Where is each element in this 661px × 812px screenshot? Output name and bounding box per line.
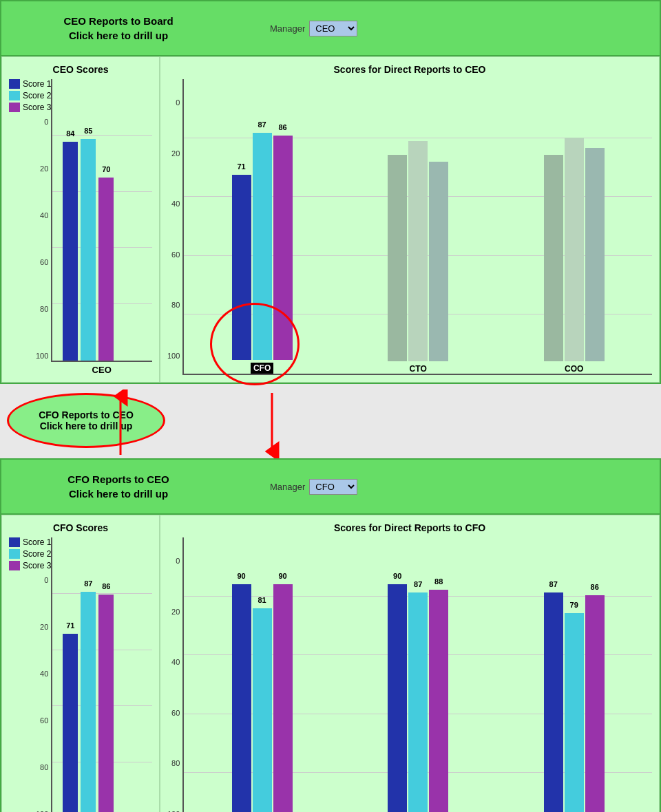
bottom-section: CFO Reports to CEO Click here to drill u…: [0, 458, 661, 812]
legend-color-score2: [9, 91, 20, 100]
cfo-direct-title: Scores for Direct Reports to CFO: [167, 522, 652, 533]
manager-selector: Manager CEO: [270, 21, 357, 36]
legend-color-score3: [9, 103, 20, 112]
cto-bar3: [429, 162, 448, 361]
direct-reports-bars: 71 87 86 CFO: [182, 79, 652, 375]
y-axis-cfo: 100 80 60 40 20 0: [9, 576, 48, 812]
legend-color-score1: [9, 79, 20, 89]
cfo-label: CFO: [251, 363, 273, 374]
cto-group[interactable]: CTO: [344, 141, 493, 374]
cfo-manager-selector: Manager CFO: [270, 479, 357, 495]
comptroller-group[interactable]: 87 79 86 Comptroller: [499, 592, 649, 812]
coo-bar3: [585, 148, 605, 361]
cfo-direct-panel: Scores for Direct Reports to CFO 100 80 …: [160, 515, 660, 812]
top-bar: CEO Reports to Board Click here to drill…: [1, 1, 660, 55]
vpf-bar1: 90: [232, 584, 251, 812]
coo-bar1: [544, 155, 563, 361]
treasurer-group[interactable]: 90 87 88 Treasurer: [344, 584, 493, 812]
y-axis-ceo: 100 80 60 40 20 0: [9, 118, 48, 360]
legend: Score 1 Score 2 Score 3: [9, 79, 51, 112]
cfo-self-bar2: 87: [81, 592, 96, 812]
ceo-bars-container: 84 85 70: [51, 79, 152, 362]
comp-bar2: 79: [565, 613, 584, 812]
legend-label-score3: Score 3: [23, 103, 51, 112]
cfo-manager-dropdown[interactable]: CFO: [309, 479, 357, 495]
vp-finance-group[interactable]: 90 81 90 VP of Finance: [187, 584, 337, 812]
treas-bar3: 88: [429, 590, 448, 812]
cfo-circle-drill-up[interactable]: CFO Reports to CEO Click here to drill u…: [7, 393, 165, 448]
ceo-direct-title: Scores for Direct Reports to CEO: [167, 64, 652, 75]
ceo-bar-score1: 84: [63, 142, 78, 361]
coo-bars: [544, 138, 605, 361]
cto-label: CTO: [410, 364, 427, 374]
coo-bar2: [565, 138, 584, 361]
top-section: CEO Reports to Board Click here to drill…: [0, 0, 661, 384]
manager-label: Manager: [270, 23, 305, 34]
cfo-bar3: 86: [273, 136, 293, 360]
cfo-legend: Score 1 Score 2 Score 3: [9, 537, 51, 570]
ceo-drill-up-button[interactable]: CEO Reports to Board Click here to drill…: [8, 14, 229, 43]
ceo-direct-reports-panel: Scores for Direct Reports to CEO 100 80 …: [160, 56, 660, 383]
cfo-manager-label: Manager: [270, 482, 305, 492]
cfo-self-bar1: 71: [63, 634, 78, 812]
cfo-direct-bars: 90 81 90 VP of Finance: [182, 537, 652, 812]
cfo-bars: 71 87 86: [232, 133, 293, 360]
bottom-top-bar: CFO Reports to CEO Click here to drill u…: [1, 460, 660, 513]
cfo-bar2: 87: [253, 133, 272, 360]
comp-bar3: 86: [585, 595, 605, 812]
manager-dropdown[interactable]: CEO: [309, 21, 357, 36]
ceo-scores-title: CEO Scores: [9, 64, 152, 75]
legend-score1: Score 1: [9, 79, 51, 89]
vpf-bar3: 90: [273, 584, 293, 812]
cfo-scores-panel: CFO Scores Score 1 Score 2: [1, 515, 160, 812]
cfo-self-bar3: 86: [98, 595, 114, 812]
cfo-scores-title: CFO Scores: [9, 522, 152, 533]
treas-bar1: 90: [388, 584, 407, 812]
vpf-bar2: 81: [253, 608, 272, 812]
cto-bars: [388, 141, 448, 361]
ceo-x-label: CEO: [51, 365, 152, 375]
cfo-drill-up-button[interactable]: CFO Reports to CEO Click here to drill u…: [8, 472, 229, 501]
cfo-bars-container: 71 87 86: [51, 537, 152, 812]
legend-score3: Score 3: [9, 103, 51, 112]
cto-bar1: [388, 155, 407, 361]
ceo-charts-row: CEO Scores Score 1 Score 2: [1, 55, 660, 383]
legend-label-score1: Score 1: [23, 79, 51, 89]
ceo-bar-score3: 70: [98, 178, 114, 361]
y-axis-cfo-direct: 100 80 60 40 20 0: [167, 557, 180, 812]
legend-label-score2: Score 2: [23, 91, 51, 100]
coo-group[interactable]: COO: [499, 138, 649, 374]
cfo-bar1: 71: [232, 175, 251, 360]
cfo-charts-row: CFO Scores Score 1 Score 2: [1, 513, 660, 812]
ceo-scores-panel: CEO Scores Score 1 Score 2: [1, 56, 160, 383]
ceo-bar-score2: 85: [81, 139, 96, 361]
connector-section: CFO Reports to CEO Click here to drill u…: [0, 389, 661, 458]
comp-bar1: 87: [544, 592, 563, 812]
treas-bar2: 87: [408, 592, 428, 812]
coo-label: COO: [565, 364, 583, 374]
y-axis-direct: 100 80 60 40 20 0: [167, 98, 180, 360]
cfo-group[interactable]: 71 87 86 CFO: [187, 133, 337, 374]
cto-bar2: [408, 141, 428, 361]
legend-score2: Score 2: [9, 91, 51, 100]
